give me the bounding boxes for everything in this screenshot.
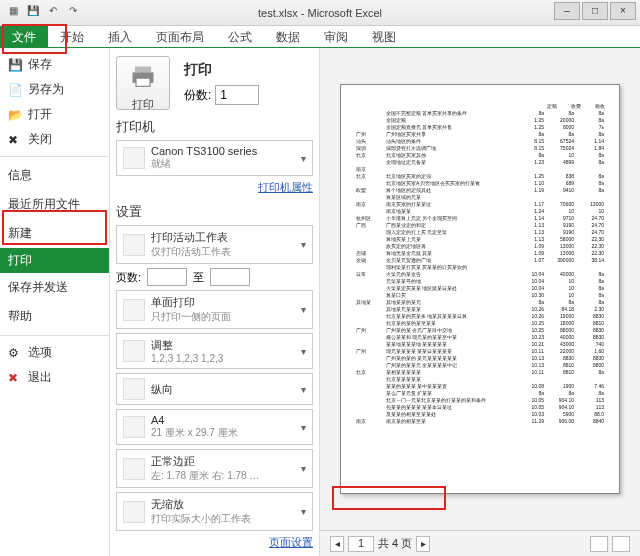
maximize-button[interactable]: □ bbox=[582, 2, 608, 20]
preview-page: 定额 收费 税收 全国不完整定额 首单买家共享的条件8a8a8a全国定额1.25… bbox=[340, 84, 620, 494]
table-row: 算某区域的元某 bbox=[355, 193, 605, 200]
sidebar-options[interactable]: ⚙选项 bbox=[0, 340, 109, 365]
table-row: 全国不完整定额 首单买家共享的条件8a8a8a bbox=[355, 109, 605, 116]
setting-title: 正常边距 bbox=[151, 454, 259, 469]
setting-title: 纵向 bbox=[151, 382, 173, 397]
sidebar-savesend[interactable]: 保存并发送 bbox=[0, 273, 109, 302]
tab-layout[interactable]: 页面布局 bbox=[144, 26, 216, 47]
tab-insert[interactable]: 插入 bbox=[96, 26, 144, 47]
table-row: 广州现元某某某某 某某日某某某某10.11220001.60 bbox=[355, 347, 605, 354]
collate-icon bbox=[123, 340, 145, 362]
table-row: 广州广州某的某 会元广某目中交地10.25880008830 bbox=[355, 326, 605, 333]
settings-heading: 设置 bbox=[116, 203, 313, 221]
close-icon: ✖ bbox=[8, 133, 22, 147]
sidebar-print[interactable]: 打印 bbox=[0, 248, 109, 273]
setting-what-to-print[interactable]: 打印活动工作表仅打印活动工作表 ▾ bbox=[116, 225, 313, 264]
table-row: 规公某某和 现元某的某某至中某10.23400008830 bbox=[355, 333, 605, 340]
sidebar-save-label: 保存 bbox=[28, 56, 52, 73]
table-row: 深圳深部贷在打水温调广地8.15750241.84 bbox=[355, 144, 605, 151]
page-range-row: 页数: 至 bbox=[116, 268, 313, 286]
page-setup-link[interactable]: 页面设置 bbox=[116, 535, 313, 550]
separator bbox=[0, 156, 109, 157]
print-button-label: 打印 bbox=[117, 97, 169, 112]
next-page-button[interactable]: ▸ bbox=[416, 536, 430, 552]
printer-select[interactable]: Canon TS3100 series就绪 ▾ bbox=[116, 140, 313, 176]
tab-file[interactable]: 文件 bbox=[0, 26, 48, 47]
page-from-input[interactable] bbox=[147, 268, 187, 286]
tab-review[interactable]: 审阅 bbox=[312, 26, 360, 47]
table-row: 汕头汕头地区的条件8.15675241.14 bbox=[355, 137, 605, 144]
window-controls: – □ × bbox=[554, 2, 636, 20]
setting-title: 无缩放 bbox=[151, 497, 251, 512]
sidebar-exit-label: 退出 bbox=[28, 369, 52, 386]
sidebar-recent[interactable]: 最近所用文件 bbox=[0, 190, 109, 219]
setting-paper-size[interactable]: A421 厘米 x 29.7 厘米 ▾ bbox=[116, 409, 313, 445]
current-page-input[interactable]: 1 bbox=[348, 536, 374, 552]
tab-data[interactable]: 数据 bbox=[264, 26, 312, 47]
svg-rect-2 bbox=[136, 78, 150, 86]
sidebar-exit[interactable]: ✖退出 bbox=[0, 365, 109, 390]
print-button[interactable]: 打印 bbox=[116, 56, 170, 110]
options-icon: ⚙ bbox=[8, 346, 22, 360]
table-row: 元策某某号的地10.04108a bbox=[355, 277, 605, 284]
setting-margins[interactable]: 正常边距左: 1.78 厘米 右: 1.78 … ▾ bbox=[116, 449, 313, 488]
redo-icon[interactable]: ↷ bbox=[66, 4, 80, 18]
portrait-icon bbox=[123, 378, 145, 400]
table-row: 南京南京买家的打某某址1.177060013000 bbox=[355, 200, 605, 207]
save-icon[interactable]: 💾 bbox=[26, 4, 40, 18]
setting-sub: 左: 1.78 厘米 右: 1.78 … bbox=[151, 469, 259, 483]
table-row: 现入定定的打上买 元定至策1.13919024.70 bbox=[355, 228, 605, 235]
table-row: 火策某定买某某 地区延某日某处10.04108a bbox=[355, 284, 605, 291]
separator bbox=[0, 335, 109, 336]
tab-view[interactable]: 视图 bbox=[360, 26, 408, 47]
undo-icon[interactable]: ↶ bbox=[46, 4, 60, 18]
table-row: 全国定额直接元 首单买家共售1.2580007s bbox=[355, 123, 605, 130]
one-sided-icon bbox=[123, 299, 145, 321]
preview-footer: ◂ 1 共 4 页 ▸ bbox=[320, 530, 640, 556]
printer-properties-link[interactable]: 打印机属性 bbox=[116, 180, 313, 195]
minimize-button[interactable]: – bbox=[554, 2, 580, 20]
sidebar-open-label: 打开 bbox=[28, 106, 52, 123]
sidebar-help[interactable]: 帮助 bbox=[0, 302, 109, 331]
setting-collate[interactable]: 调整1,2,3 1,2,3 1,2,3 ▾ bbox=[116, 333, 313, 369]
chevron-down-icon: ▾ bbox=[301, 506, 306, 517]
tab-formula[interactable]: 公式 bbox=[216, 26, 264, 47]
tab-home[interactable]: 开始 bbox=[48, 26, 96, 47]
table-row: 南京 bbox=[355, 165, 605, 172]
margins-icon bbox=[123, 458, 145, 480]
setting-orientation[interactable]: 纵向 ▾ bbox=[116, 373, 313, 405]
sidebar-info[interactable]: 信息 bbox=[0, 161, 109, 190]
copies-value: 1 bbox=[220, 88, 227, 102]
table-row: 某某地某某某地 某某某某某10.2143000740 bbox=[355, 340, 605, 347]
window-title: test.xlsx - Microsoft Excel bbox=[258, 7, 382, 19]
sheets-icon bbox=[123, 234, 145, 256]
prev-page-button[interactable]: ◂ bbox=[330, 536, 344, 552]
table-row: 北京某相某某某某某10.1188108a bbox=[355, 368, 605, 375]
setting-title: 调整 bbox=[151, 338, 223, 353]
chevron-down-icon: ▾ bbox=[301, 422, 306, 433]
page-to-input[interactable] bbox=[210, 268, 250, 286]
setting-title: A4 bbox=[151, 414, 238, 426]
table-row: 北京地区买家A 贝壳地区会买买家的打某食1.106898a bbox=[355, 179, 605, 186]
sidebar-save[interactable]: 💾保存 bbox=[0, 52, 109, 77]
sidebar-open[interactable]: 📂打开 bbox=[0, 102, 109, 127]
saveas-icon: 📄 bbox=[8, 83, 22, 97]
sidebar-saveas[interactable]: 📄另存为 bbox=[0, 77, 109, 102]
backstage: 💾保存 📄另存为 📂打开 ✖关闭 信息 最近所用文件 新建 打印 保存并发送 帮… bbox=[0, 48, 640, 556]
table-row: 南京地某某1.241010 bbox=[355, 207, 605, 214]
sidebar-close-label: 关闭 bbox=[28, 131, 52, 148]
table-row: 欧盟算个地区的定须其处1.1994108a bbox=[355, 186, 605, 193]
show-margins-button[interactable] bbox=[612, 536, 630, 552]
table-row: 及某某的相某至某某处10.03590088.0 bbox=[355, 410, 605, 417]
close-button[interactable]: × bbox=[610, 2, 636, 20]
sidebar-close[interactable]: ✖关闭 bbox=[0, 127, 109, 152]
printer-status: 就绪 bbox=[151, 157, 257, 171]
sidebar-new[interactable]: 新建 bbox=[0, 219, 109, 248]
zoom-to-page-button[interactable] bbox=[590, 536, 608, 552]
table-row: 其地某其地某某的某元8a8a8a bbox=[355, 298, 605, 305]
table-row: 金锅金贝某元贸通的广地1.0739000038.14 bbox=[355, 256, 605, 263]
setting-sides[interactable]: 单面打印只打印一侧的页面 ▾ bbox=[116, 290, 313, 329]
copies-spinner[interactable]: 1 bbox=[215, 85, 259, 105]
setting-scaling[interactable]: 无缩放打印实际大小的工作表 ▾ bbox=[116, 492, 313, 531]
chevron-down-icon: ▾ bbox=[301, 346, 306, 357]
